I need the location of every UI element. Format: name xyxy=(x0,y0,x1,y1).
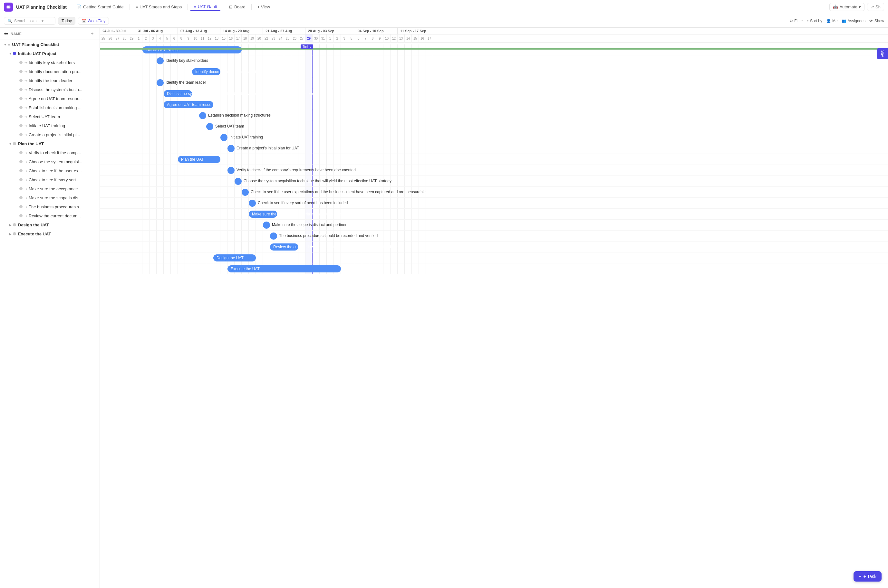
gantt-col-bg xyxy=(164,198,171,208)
gantt-col-bg xyxy=(164,154,171,165)
gantt-dot[interactable] xyxy=(249,200,256,207)
gantt-col-bg xyxy=(135,208,143,219)
save-button[interactable]: Sav xyxy=(877,48,888,59)
month-label-4: 14 Aug - 20 Aug xyxy=(220,28,252,34)
me-button[interactable]: 👤 Me xyxy=(826,19,838,23)
gantt-bar[interactable]: Execute the UAT xyxy=(227,266,341,272)
gantt-col-bg xyxy=(121,231,128,241)
gantt-col-bg xyxy=(164,220,171,230)
list-item[interactable]: ⇢ Check to see if the user ex... xyxy=(0,166,99,175)
list-item[interactable]: ⇢ Make sure the scope is dis... xyxy=(0,193,99,202)
gantt-dot[interactable] xyxy=(227,145,234,152)
gantt-dot[interactable] xyxy=(206,123,213,130)
gantt-col-bg xyxy=(234,231,242,241)
tree-item-plan[interactable]: ▼ Plan the UAT xyxy=(0,139,99,148)
t6-chevron xyxy=(14,105,20,110)
person-icon: 👤 xyxy=(826,19,831,23)
list-item[interactable]: ⇢ Create a project's initial pl... xyxy=(0,130,99,139)
add-task-floating-button[interactable]: + + Task xyxy=(853,571,882,582)
gantt-col-bg xyxy=(398,45,405,55)
gantt-col-bg xyxy=(362,252,369,263)
gantt-bar[interactable]: Identify documentation process that will… xyxy=(192,68,220,75)
list-item[interactable]: ⇢ Identify the team leader xyxy=(0,76,99,85)
gantt-col-bg xyxy=(114,220,121,230)
gantt-dot[interactable] xyxy=(220,134,227,141)
assignees-button[interactable]: 👥 Assignees xyxy=(841,19,865,23)
list-item[interactable]: ⇢ Select UAT team xyxy=(0,112,99,121)
day-cell: 7 xyxy=(362,34,369,42)
gantt-col-bg xyxy=(206,242,213,252)
gantt-dot[interactable] xyxy=(156,57,164,64)
sort-by-button[interactable]: ↕ Sort by xyxy=(807,19,822,23)
add-task-button[interactable]: + xyxy=(89,30,96,38)
tab-stages-steps[interactable]: ≡ UAT Stages and Steps xyxy=(132,3,185,10)
gantt-col-bg xyxy=(383,208,391,219)
gantt-col-bg xyxy=(135,121,143,132)
gantt-col-bg xyxy=(398,231,405,241)
list-item[interactable]: ⇢ Review the current docum... xyxy=(0,211,99,220)
search-icon: 🔍 xyxy=(8,19,12,23)
t3-label: Identify the team leader xyxy=(29,78,97,83)
gantt-bar[interactable]: Make sure the acceptance criteria are ad… xyxy=(249,211,277,218)
show-button[interactable]: 👁 Show xyxy=(869,19,884,23)
gantt-dot[interactable] xyxy=(270,232,277,240)
tree-item-design[interactable]: ▶ Design the UAT xyxy=(0,220,99,229)
list-item[interactable]: ⇢ Identify documentation pro... xyxy=(0,67,99,76)
gantt-col-bg xyxy=(348,252,355,263)
gantt-col-bg xyxy=(121,252,128,263)
tree-item-root[interactable]: ▼ ≡ UAT Planning Checklist xyxy=(0,40,99,49)
share-button[interactable]: ↗ Sh xyxy=(867,3,884,11)
tab-board[interactable]: ⊞ Board xyxy=(226,3,249,10)
filter-button[interactable]: ⚙ Filter xyxy=(789,19,803,23)
tab-getting-started[interactable]: 📄 Getting Started Guide xyxy=(73,3,127,10)
gantt-col-bg xyxy=(178,198,185,208)
gantt-col-bg xyxy=(405,208,412,219)
gantt-bar[interactable]: Design the UAT xyxy=(213,254,256,261)
gantt-dot[interactable] xyxy=(234,178,242,185)
list-item[interactable]: ⇢ Discuss the system's busin... xyxy=(0,85,99,94)
subtask-icon-3: ⇢ xyxy=(24,79,27,83)
gantt-col-bg xyxy=(100,231,107,241)
subtask-icon-1: ⇢ xyxy=(24,60,27,65)
gantt-bar[interactable]: Plan the UAT xyxy=(178,156,220,163)
list-item[interactable]: ⇢ Identify key stakeholders xyxy=(0,58,99,67)
gantt-bar[interactable]: Discuss the system's business goals, obj… xyxy=(164,90,192,97)
today-button[interactable]: Today xyxy=(58,17,75,25)
list-item[interactable]: ⇢ Verify to check if the comp... xyxy=(0,148,99,157)
gantt-col-bg xyxy=(107,263,114,274)
gantt-dot[interactable] xyxy=(242,189,249,196)
gantt-dot[interactable] xyxy=(199,112,206,119)
gantt-col-bg xyxy=(263,132,270,142)
gantt-bar[interactable]: Agree on UAT team resources xyxy=(164,101,213,108)
gantt-col-bg xyxy=(327,132,334,142)
gantt-col-bg xyxy=(185,252,192,263)
list-item[interactable]: ⇢ Check to see if every sort ... xyxy=(0,175,99,184)
list-item[interactable]: ⇢ Agree on UAT team resour... xyxy=(0,94,99,103)
list-item[interactable]: ⇢ Choose the system acquisi... xyxy=(0,157,99,166)
gantt-col-bg xyxy=(100,187,107,197)
tab-gantt[interactable]: ≡ UAT Gantt xyxy=(191,3,220,11)
gantt-col-bg xyxy=(192,110,199,121)
collapse-icon[interactable]: ⬅ xyxy=(4,31,8,37)
gantt-col-bg xyxy=(100,252,107,263)
subtask-icon-p8: ⇢ xyxy=(24,214,27,218)
t1-dot xyxy=(20,61,23,64)
search-input[interactable]: 🔍 Search tasks... ▾ xyxy=(4,17,56,25)
tree-item-execute[interactable]: ▶ Execute the UAT xyxy=(0,229,99,238)
tree-item-initiate[interactable]: ▼ Initiate UAT Project xyxy=(0,49,99,58)
gantt-dot[interactable] xyxy=(263,222,270,229)
gantt-dot[interactable] xyxy=(227,167,234,174)
weekday-button[interactable]: 📅 Week/Day xyxy=(78,17,109,25)
list-item[interactable]: ⇢ Make sure the acceptance ... xyxy=(0,184,99,193)
list-item[interactable]: ⇢ Initiate UAT training xyxy=(0,121,99,130)
automate-button[interactable]: 🤖 Automate ▾ xyxy=(829,3,864,11)
list-item[interactable]: ⇢ Establish decision making ... xyxy=(0,103,99,112)
gantt-col-bg xyxy=(405,66,412,77)
list-item[interactable]: ⇢ The business procedures s... xyxy=(0,202,99,211)
t7-chevron xyxy=(14,114,20,119)
gantt-bar[interactable]: Review the current documentation to dete… xyxy=(270,243,298,250)
gantt-col-bg xyxy=(114,132,121,142)
gantt-col-bg xyxy=(369,154,376,165)
add-view-button[interactable]: + View xyxy=(254,3,273,10)
gantt-dot[interactable] xyxy=(156,79,164,86)
